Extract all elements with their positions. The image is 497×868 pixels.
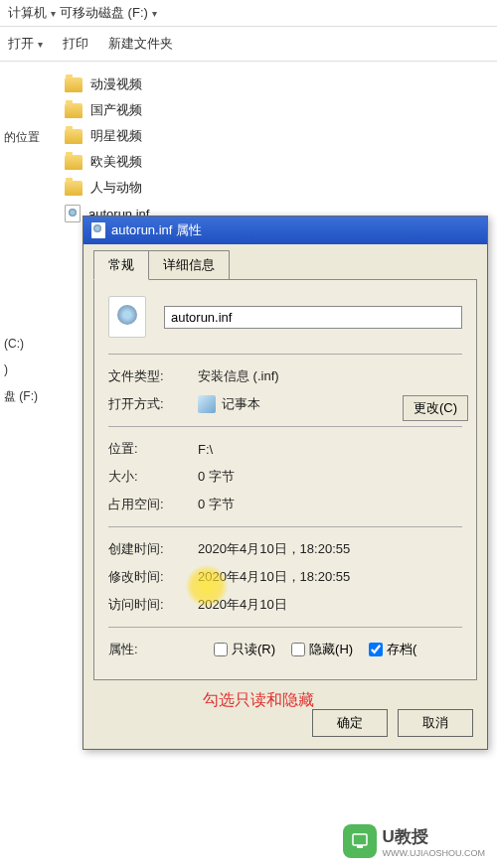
chevron-down-icon: ▾ [51, 8, 56, 19]
tab-general[interactable]: 常规 [93, 250, 149, 280]
filetype-label: 文件类型: [108, 367, 198, 385]
openwith-label: 打开方式: [108, 395, 198, 413]
hidden-checkbox[interactable] [291, 643, 305, 656]
created-label: 创建时间: [108, 540, 198, 558]
sidebar-disk-f[interactable]: 盘 (F:) [4, 382, 51, 411]
file-list: 动漫视频 国产视频 明星视频 欧美视频 人与动物 autorun.inf aut… [55, 62, 497, 850]
modified-label: 修改时间: [108, 568, 198, 586]
folder-icon [65, 155, 83, 170]
notepad-icon [198, 395, 216, 413]
filetype-value: 安装信息 (.inf) [198, 367, 462, 385]
sidebar-location[interactable]: 的位置 [4, 70, 51, 152]
hidden-label: 隐藏(H) [309, 641, 353, 658]
list-item[interactable]: 国产视频 [55, 97, 497, 123]
watermark-url: WWW.UJIAOSHOU.COM [383, 848, 486, 858]
svg-rect-0 [353, 834, 367, 845]
created-value: 2020年4月10日，18:20:55 [198, 540, 462, 558]
print-button[interactable]: 打印 [63, 35, 88, 53]
list-item[interactable]: 明星视频 [55, 123, 497, 149]
modified-value: 2020年4月10日，18:20:55 [198, 568, 462, 586]
toolbar: 打开 ▾ 打印 新建文件夹 [0, 26, 497, 62]
archive-label: 存档( [387, 641, 416, 658]
folder-icon [65, 77, 83, 92]
watermark-brand: U教授 [383, 827, 428, 846]
filename-input[interactable] [164, 306, 462, 329]
breadcrumb[interactable]: 计算机 ▾ 可移动磁盘 (F:) ▾ [0, 0, 497, 26]
location-value: F:\ [198, 440, 462, 458]
file-large-icon [108, 296, 146, 338]
list-item[interactable]: 动漫视频 [55, 72, 497, 97]
attributes-label: 属性: [108, 641, 198, 658]
svg-rect-1 [357, 845, 363, 848]
new-folder-button[interactable]: 新建文件夹 [108, 35, 173, 53]
readonly-label: 只读(R) [232, 641, 275, 658]
openwith-value: 记事本 [222, 395, 260, 413]
annotation-text: 勾选只读和隐藏 [203, 690, 497, 711]
size-value: 0 字节 [198, 468, 462, 486]
file-icon [65, 205, 81, 222]
list-item[interactable]: 欧美视频 [55, 149, 497, 175]
archive-checkbox[interactable] [369, 643, 383, 656]
change-button[interactable]: 更改(C) [403, 395, 468, 421]
watermark: U教授 WWW.UJIAOSHOU.COM [343, 824, 486, 858]
tab-details[interactable]: 详细信息 [148, 250, 230, 279]
watermark-logo-icon [343, 824, 377, 858]
cancel-button[interactable]: 取消 [398, 709, 473, 737]
ok-button[interactable]: 确定 [312, 709, 388, 737]
sizeondisk-label: 占用空间: [108, 496, 198, 513]
file-icon [91, 222, 105, 238]
folder-icon [65, 103, 83, 118]
sidebar: 的位置 (C:) ) 盘 (F:) [0, 62, 55, 850]
size-label: 大小: [108, 468, 198, 486]
open-button[interactable]: 打开 ▾ [8, 35, 43, 53]
sizeondisk-value: 0 字节 [198, 496, 462, 513]
list-item[interactable]: 人与动物 [55, 175, 497, 201]
dialog-title: autorun.inf 属性 [111, 221, 202, 239]
dialog-titlebar[interactable]: autorun.inf 属性 [83, 217, 487, 244]
tab-bar: 常规 详细信息 [93, 250, 477, 280]
location-label: 位置: [108, 440, 198, 458]
breadcrumb-drive[interactable]: 可移动磁盘 (F:) [60, 4, 148, 22]
accessed-value: 2020年4月10日 [198, 596, 462, 614]
readonly-checkbox[interactable] [214, 643, 228, 656]
chevron-down-icon: ▾ [152, 8, 157, 19]
properties-dialog: autorun.inf 属性 常规 详细信息 文件类型: 安装信息 (.inf) [83, 216, 488, 750]
sidebar-drive-c2[interactable]: ) [4, 357, 51, 382]
chevron-down-icon: ▾ [38, 39, 43, 50]
breadcrumb-computer[interactable]: 计算机 [8, 4, 47, 22]
folder-icon [65, 181, 83, 196]
accessed-label: 访问时间: [108, 596, 198, 614]
folder-icon [65, 129, 83, 144]
sidebar-drive-c[interactable]: (C:) [4, 331, 51, 357]
